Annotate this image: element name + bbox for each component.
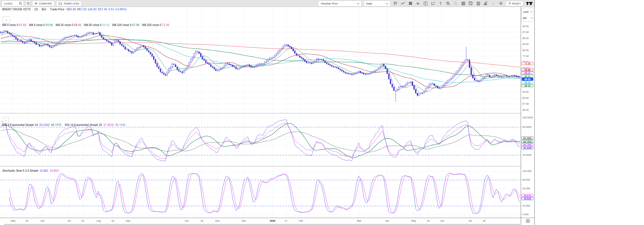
time-axis-label: Sep [126, 219, 130, 222]
axis-label: 62.50 [522, 90, 529, 93]
chevron-down-icon [357, 2, 360, 4]
more-options-icon[interactable]: ⋮ [491, 1, 496, 6]
rsi-collapse-button[interactable]: ‹ [3, 117, 9, 123]
rsi-legend[interactable]: RSI 9 Exponential Simple 14 33.2343 48.7… [2, 123, 126, 126]
chevron-down-icon [531, 10, 532, 12]
price-mode-value: Absolute Price [321, 2, 338, 5]
axis-label: 60.000 [522, 187, 530, 190]
axis-label: 80.00 [522, 49, 529, 52]
time-axis-label: Jul [67, 219, 71, 222]
events-circle-e-icon[interactable]: E [423, 1, 428, 6]
grid-layout-icon[interactable] [460, 1, 466, 6]
horizontal-scrollbar[interactable] [4, 224, 520, 225]
settings-gear-icon[interactable] [498, 1, 504, 6]
time-axis[interactable]: May16JunJul16Aug16SepOct16NovDec202517Fe… [0, 218, 521, 225]
price-badge: 69.12 [522, 75, 533, 78]
rsi-pane[interactable]: ‹ RSI 9 Exponential Simple 14 33.2343 48… [0, 113, 521, 166]
time-axis-label: 17 [285, 219, 287, 222]
candlestick-style-icon[interactable] [392, 1, 398, 6]
axis-corner[interactable] [521, 218, 534, 225]
unit-select[interactable]: bbl [523, 16, 532, 20]
axis-label: 80.0000 [522, 126, 532, 128]
symbol-search-box[interactable] [2, 1, 24, 6]
measure-icon[interactable] [430, 1, 436, 6]
clock-icon [26, 1, 30, 6]
tradingview-chart-app: ⊕ COMPARE TEMPLATES Absolute Price Daily [0, 0, 644, 225]
zoom-out-icon[interactable] [453, 1, 458, 6]
legend-collapse-button[interactable]: ‹ [3, 16, 10, 24]
interval-value: Daily [366, 2, 372, 5]
ma-legend-item: MA 100 close 0 67.96 [112, 23, 139, 27]
candlestick-chart[interactable] [0, 7, 521, 113]
chart-region: BRENT CRUDE OCT5 · 1D · IEU · Trade Pric… [0, 7, 534, 225]
price-badge: 43.7187 [522, 143, 533, 146]
time-axis-label: Jun [41, 219, 45, 222]
templates-button[interactable]: TEMPLATES [56, 1, 82, 6]
reset-button[interactable]: ↺ RESET [506, 1, 523, 6]
news-icon[interactable] [475, 1, 481, 6]
time-axis-label: Nov [215, 219, 220, 222]
price-badge: 40.674 [522, 194, 533, 197]
compare-button[interactable]: ⊕ COMPARE [32, 1, 55, 6]
axis-label: 77.50 [522, 55, 529, 58]
time-axis-label: 16 [25, 219, 28, 222]
price-scale[interactable]: USD bbl 90.0087.5085.0082.5080.0077.5075… [521, 7, 534, 218]
price-badge: 69.89 [522, 68, 533, 71]
price-badge: 49.7923 [522, 140, 533, 143]
stochastic-pane[interactable]: Stochastic Slow 5 3 3 Simple 10.861 10.8… [0, 166, 521, 218]
symbol-input[interactable] [4, 2, 18, 5]
time-axis-label: Jul [468, 219, 472, 222]
axis-label: 57.50 [522, 102, 529, 105]
symbol-title: BRENT CRUDE OCT5 [2, 8, 31, 11]
rsi2-smooth-value: 49.7445 [115, 123, 126, 126]
legend-exchange: IEU [42, 8, 46, 11]
undo-arrow-icon: ↺ [508, 2, 511, 5]
stochastic-chart[interactable] [0, 166, 521, 218]
ma-legend[interactable]: MA 4 close 0 67.69MA 9 close 0 69.86MA 2… [2, 23, 169, 27]
currency-value: USD [523, 10, 529, 13]
rsi1-smooth-value: 48.7470 [51, 123, 61, 126]
price-badge: 72.38 [522, 62, 533, 65]
ohlc-open: O66.88 [67, 8, 76, 11]
add-chart-frame-icon[interactable] [468, 1, 473, 6]
ma-legend-item: MA 9 close 0 69.86 [29, 23, 53, 27]
rsi2-value: 37.4516 [103, 123, 114, 126]
change-value: 0.57 (+0.85%) [108, 8, 126, 11]
axis-label: 55.00 [522, 109, 529, 111]
main-price-pane[interactable]: BRENT CRUDE OCT5 · 1D · IEU · Trade Pric… [0, 7, 521, 113]
unit-value: bbl [523, 16, 527, 20]
price-mode-select[interactable]: Absolute Price [318, 1, 362, 6]
zoom-in-icon[interactable] [445, 1, 451, 6]
interval-history-button[interactable] [25, 1, 30, 6]
time-axis-label: 2025 [270, 219, 275, 222]
ma-legend-item: MA 25 close 0 69.41 [56, 23, 81, 27]
axis-label: 20.000 [522, 204, 530, 207]
tradingview-logo-icon[interactable] [526, 1, 533, 6]
interval-select[interactable]: Daily [364, 1, 390, 6]
axis-label: 90.00 [522, 25, 529, 28]
separator-dot: · [39, 8, 40, 11]
waves-icon[interactable]: ≋ [415, 1, 421, 6]
rows-layout-icon[interactable] [408, 1, 413, 6]
bar-chart-arrow-icon[interactable] [483, 1, 489, 6]
separator-dot: · [48, 8, 49, 11]
time-axis-label: Feb [299, 219, 303, 222]
ohlc-low: L66.83 [88, 8, 96, 11]
ohlc-close: C67.46 [98, 8, 107, 11]
ma-legend-item: MA 250 close 0 71.93 [142, 23, 169, 27]
indicators-icon[interactable] [400, 1, 406, 6]
rsi-chart[interactable] [0, 113, 521, 166]
currency-select[interactable]: USD [523, 10, 532, 13]
time-axis-label: Mar [357, 219, 361, 222]
symbol-legend[interactable]: BRENT CRUDE OCT5 · 1D · IEU · Trade Pric… [2, 8, 127, 11]
search-icon[interactable] [18, 1, 22, 6]
chevron-down-icon [386, 2, 389, 4]
text-tool-icon[interactable]: T [438, 1, 443, 6]
legend-series-type: Trade Price [50, 8, 64, 11]
time-axis-label: Jun [440, 219, 444, 222]
price-badge: 69.15 [522, 71, 533, 74]
stochastic-legend[interactable]: Stochastic Slow 5 3 3 Simple 10.861 10.8… [2, 169, 58, 172]
axis-label: 87.50 [522, 31, 529, 33]
axis-settings-hexagon-icon[interactable] [526, 219, 530, 224]
templates-label: TEMPLATES [64, 2, 79, 5]
